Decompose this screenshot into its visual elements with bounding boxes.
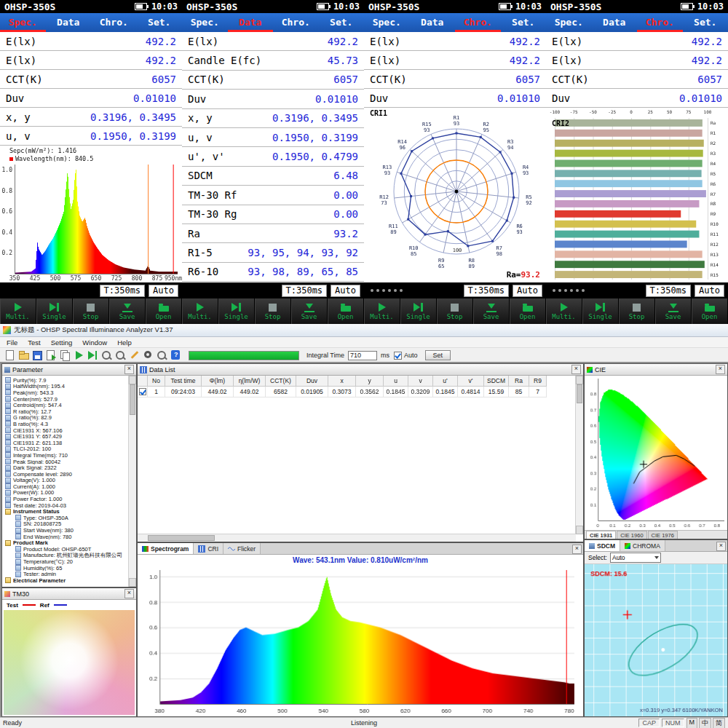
column-header[interactable]: x: [328, 376, 356, 387]
tab-chro[interactable]: Chro.: [637, 13, 683, 32]
device-toolbar-button[interactable]: Single: [582, 298, 619, 324]
column-header[interactable]: Φ(lm): [202, 376, 234, 387]
device-toolbar-button[interactable]: Single: [218, 298, 255, 324]
device-toolbar-button[interactable]: Save: [109, 298, 146, 324]
tab-spec[interactable]: Spec.: [364, 13, 410, 32]
column-header[interactable]: SDCM: [484, 376, 509, 387]
row-checkbox[interactable]: [139, 388, 146, 395]
tree-item[interactable]: SN: 201808725: [15, 521, 127, 528]
column-header[interactable]: v: [408, 376, 433, 387]
device-toolbar-button[interactable]: Multi.: [364, 298, 400, 324]
tree-item[interactable]: Power Factor: 1.000: [5, 496, 127, 502]
tree-item[interactable]: Temperature(°C): 20: [15, 558, 127, 565]
tab-chro[interactable]: Chro.: [455, 13, 501, 32]
tree-item[interactable]: Type: OHSP-350A: [15, 515, 127, 521]
tab-spectrogram[interactable]: Spectrogram: [138, 543, 194, 554]
integration-time-box[interactable]: T:350ms: [100, 285, 146, 297]
menu-item[interactable]: Help: [112, 339, 137, 347]
device-toolbar-button[interactable]: Single: [36, 298, 73, 324]
set-button[interactable]: Set: [425, 350, 451, 360]
tree-item[interactable]: HalfWidth(nm): 195.4: [5, 384, 127, 390]
tree-item[interactable]: Purity(%): 7.9: [5, 377, 127, 384]
column-header[interactable]: η(lm/W): [234, 376, 266, 387]
tree-item[interactable]: Manufacture: 杭州虹谱光色科技有限公司: [15, 553, 127, 559]
column-header[interactable]: Duv: [296, 376, 328, 387]
tree-item[interactable]: B ratio(%): 4.3: [5, 421, 127, 427]
data-list-vscrollbar[interactable]: [575, 376, 583, 534]
gear-icon[interactable]: [142, 349, 154, 361]
tab-data[interactable]: Data: [410, 13, 456, 32]
column-header[interactable]: v': [458, 376, 484, 387]
zoom-1x-icon[interactable]: [100, 349, 113, 361]
menu-item[interactable]: Setting: [46, 339, 78, 347]
device-toolbar-button[interactable]: Open: [146, 298, 182, 324]
tab-spec[interactable]: Spec.: [182, 13, 228, 32]
tab-data[interactable]: Data: [228, 13, 274, 32]
device-toolbar-button[interactable]: Single: [400, 298, 437, 324]
device-toolbar-button[interactable]: Stop: [437, 298, 473, 324]
column-header[interactable]: R9: [529, 376, 547, 387]
integration-time-box[interactable]: T:350ms: [282, 285, 328, 297]
tree-item[interactable]: Product Model: OHSP-650T: [15, 546, 127, 553]
menu-item[interactable]: Window: [77, 339, 112, 347]
data-list-header[interactable]: Data List ×: [138, 364, 583, 376]
tree-item[interactable]: Center(nm): 527.9: [5, 396, 127, 403]
tree-item[interactable]: CIE1931 Z: 621.138: [5, 440, 127, 446]
pen-icon[interactable]: [128, 349, 141, 361]
device-toolbar-button[interactable]: Multi.: [546, 298, 582, 324]
tree-item[interactable]: CIE1931 Y: 657.429: [5, 433, 127, 440]
tree-item[interactable]: Electrical Parameter: [5, 577, 127, 584]
tab-cri[interactable]: CRI: [194, 543, 223, 554]
device-toolbar-button[interactable]: Save: [291, 298, 328, 324]
column-header[interactable]: Test time: [165, 376, 202, 387]
tree-item[interactable]: Integral Time(ms): 710: [5, 452, 127, 459]
ime-indicator[interactable]: 简: [713, 718, 725, 728]
cie-panel-header[interactable]: CIE ×: [585, 364, 727, 376]
tree-item[interactable]: End Wave(nm): 780: [15, 534, 127, 540]
tab-cie-1976[interactable]: CIE 1976: [648, 531, 678, 539]
open-folder-icon[interactable]: [17, 349, 30, 361]
close-icon[interactable]: ×: [124, 365, 134, 374]
tab-sdcm[interactable]: SDCM: [585, 540, 620, 551]
auto-box[interactable]: Auto: [149, 285, 178, 297]
tab-spec[interactable]: Spec.: [0, 13, 46, 32]
tab-flicker[interactable]: Flicker: [223, 543, 261, 554]
device-toolbar-button[interactable]: Stop: [73, 298, 109, 324]
tab-chro[interactable]: Chro.: [273, 13, 319, 32]
save-icon[interactable]: [31, 349, 44, 361]
tab-chro[interactable]: Chro.: [91, 13, 137, 32]
integration-time-box[interactable]: T:350ms: [464, 285, 510, 297]
device-toolbar-button[interactable]: Multi.: [0, 298, 36, 324]
parameter-scrollbar[interactable]: [128, 376, 136, 587]
run-icon[interactable]: [73, 349, 85, 361]
tree-item[interactable]: Product Mark: [5, 539, 127, 546]
tab-set[interactable]: Set.: [319, 13, 365, 32]
tab-cie-1931[interactable]: CIE 1931: [586, 531, 616, 539]
device-toolbar-button[interactable]: Open: [328, 298, 364, 324]
tree-item[interactable]: Voltage(V): 1.000: [5, 478, 127, 484]
ime-indicator[interactable]: M: [687, 718, 698, 728]
data-table-row[interactable]: 109:24:03449.02449.0265820.019050.30730.…: [138, 387, 583, 397]
tree-item[interactable]: Dark Signal: 2322: [5, 464, 127, 471]
auto-box[interactable]: Auto: [331, 285, 360, 297]
integral-time-input[interactable]: 710: [348, 351, 377, 360]
close-icon[interactable]: ×: [571, 365, 581, 374]
tm30-panel-header[interactable]: TM30 ×: [2, 588, 136, 600]
device-toolbar-button[interactable]: Stop: [619, 298, 655, 324]
device-toolbar-button[interactable]: Stop: [255, 298, 291, 324]
tree-item[interactable]: Instrument Status: [5, 508, 127, 515]
tree-item[interactable]: Humidity(%): 65: [15, 565, 127, 571]
close-icon[interactable]: ×: [716, 365, 725, 374]
help-icon[interactable]: [170, 349, 182, 361]
copy-icon[interactable]: [59, 349, 71, 361]
tree-item[interactable]: Test date: 2019-04-03: [5, 502, 127, 509]
tab-set[interactable]: Set.: [683, 13, 728, 32]
device-toolbar-button[interactable]: Open: [510, 298, 546, 324]
tab-chroma[interactable]: CHROMA: [620, 540, 665, 551]
ime-indicator[interactable]: 中: [699, 718, 711, 728]
column-header[interactable]: No: [148, 376, 165, 387]
menu-item[interactable]: File: [1, 339, 23, 347]
close-icon[interactable]: ×: [124, 589, 134, 598]
integration-time-box[interactable]: T:350ms: [646, 285, 692, 297]
tab-data[interactable]: Data: [46, 13, 92, 32]
